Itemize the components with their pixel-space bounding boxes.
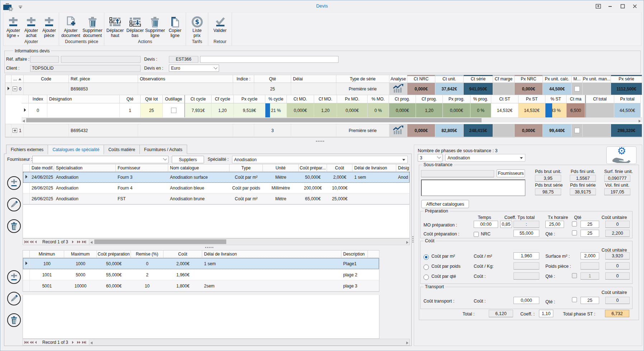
col-header-ind[interactable] xyxy=(23,251,30,258)
radio-co-t-par-m-[interactable] xyxy=(423,254,429,260)
subcol-header-pct_prog[interactable]: % prog. xyxy=(470,95,491,103)
subcol-header-px_st[interactable]: Px ST xyxy=(518,95,545,103)
subcol-header-cf_cycle[interactable]: Cf cycle xyxy=(212,95,234,103)
subcol-header-qte_lot[interactable]: Qté lot xyxy=(141,95,163,103)
nav-next-icon[interactable] xyxy=(72,240,76,244)
marge-checkbox[interactable] xyxy=(574,128,580,133)
transport-qte-checkbox[interactable] xyxy=(572,297,577,302)
subcol-header-ct_mat[interactable]: Ct ma xyxy=(567,95,585,103)
cout-right-input[interactable]: 2,000 xyxy=(581,252,599,259)
scroll-left-arrow-icon[interactable] xyxy=(22,119,25,124)
col-header-px_nrc[interactable]: Px NRC xyxy=(515,75,543,83)
nav-prev-icon[interactable] xyxy=(34,240,39,244)
subcol-header-cf_prog[interactable]: Cf prog. xyxy=(416,95,443,103)
currency-select[interactable]: Euro xyxy=(169,65,219,72)
catalog-grid-row[interactable]: 26/06/2025AnodisationFourn 4Anodisation … xyxy=(23,183,409,193)
col-header-ind[interactable] xyxy=(5,75,11,83)
ribbon-button-ajouter-achat[interactable]: Ajouter achat xyxy=(22,13,40,39)
popout-icon[interactable] xyxy=(592,2,604,10)
mo-coeff-input[interactable]: 0,85 xyxy=(500,221,512,228)
ribbon-button-ajouter-document[interactable]: Ajouter document xyxy=(60,13,82,39)
nrc-checkbox[interactable] xyxy=(474,232,479,237)
specialite-select[interactable]: Anodisation xyxy=(232,156,408,163)
catalog-grid-row[interactable]: 26/06/2025AnodisationFSTAnodisation brun… xyxy=(23,193,409,204)
col-header-extra[interactable] xyxy=(368,251,379,258)
col-header-date[interactable]: Date modif... xyxy=(30,164,54,172)
col-header-ct_unit[interactable]: Ct unit. xyxy=(435,75,464,83)
col-header-type[interactable]: Type de série xyxy=(336,75,389,83)
subcontract-notes-textarea[interactable] xyxy=(421,179,525,196)
subcol-header-qte[interactable]: Qté xyxy=(120,95,141,103)
subcol-header-pct_st[interactable]: % ST xyxy=(545,95,567,103)
subcol-header-px_mo[interactable]: Px MO. xyxy=(337,95,368,103)
outillage-checkbox[interactable] xyxy=(171,108,176,113)
cout-mid-input[interactable]: 1,960 xyxy=(513,252,539,259)
catalog-grid-row[interactable]: 24/06/2025AnodisationFourn 3Anodisation … xyxy=(23,172,409,183)
col-header-cout[interactable]: Coût xyxy=(327,164,352,172)
ranges-grid-row[interactable]: 1001500055,000€21,960€plage 2 xyxy=(23,269,379,280)
col-header-cout[interactable]: Coût xyxy=(164,251,202,258)
col-header-delai[interactable]: Délai de livraison xyxy=(352,164,396,172)
mo-tx-horaire-input[interactable]: 25,00 xyxy=(545,221,564,228)
col-header-cout_prep[interactable]: Coût prépar... xyxy=(299,164,327,172)
nav-first-icon[interactable] xyxy=(24,240,29,244)
nav-next-page-icon[interactable] xyxy=(77,341,81,344)
radio-co-t-par-poids[interactable] xyxy=(423,265,429,270)
ranges-delete-record-button[interactable] xyxy=(7,313,21,327)
subcol-header-cf_total[interactable]: Cf total xyxy=(585,95,614,103)
cout-preparation-input[interactable]: 55,000 xyxy=(513,230,539,237)
col-header-qte[interactable]: Qté xyxy=(254,75,291,83)
hscroll-thumb[interactable] xyxy=(94,239,226,244)
mo-temps-input[interactable]: 00:00 xyxy=(474,221,498,228)
col-header-delai[interactable]: Délai xyxy=(291,75,336,83)
col-header-max[interactable]: Maximum xyxy=(64,251,97,258)
ranges-add-record-button[interactable] xyxy=(7,270,21,284)
client-field[interactable]: TOPSOLID xyxy=(30,65,141,72)
col-header-px_unit_calc[interactable]: Px unit. calc. xyxy=(543,75,572,83)
tab-fournitures-achats[interactable]: Fournitures / Achats xyxy=(139,145,187,154)
tab-co-ts-mati-re[interactable]: Coûts matière xyxy=(104,145,140,154)
col-header-obs[interactable]: Observations xyxy=(138,75,233,83)
col-header-px_serie[interactable]: Px série xyxy=(611,75,642,83)
col-header-analyse[interactable]: Analyse xyxy=(389,75,407,83)
mo-qte-checkbox[interactable] xyxy=(572,221,577,226)
subcol-header-ct_cycle[interactable]: Ct cycle xyxy=(185,95,212,103)
ribbon-button-déplacer-haut[interactable]: Déplacer haut xyxy=(105,13,125,39)
col-header-min[interactable]: Minimun xyxy=(30,251,64,258)
scroll-left-arrow-icon[interactable] xyxy=(90,341,93,346)
col-header-px_unit_man[interactable]: Px unit. man... xyxy=(583,75,611,83)
ribbon-button-déplacer-bas[interactable]: Déplacer bas xyxy=(125,13,145,39)
subcol-header-index[interactable]: Index xyxy=(29,95,47,103)
subcol-header-ct_prog[interactable]: Ct prog. xyxy=(389,95,416,103)
subcol-header-px_cycle[interactable]: Px cycle xyxy=(234,95,265,103)
ribbon-button-liste-prix[interactable]: $Liste prix xyxy=(187,13,207,39)
devis-name-input[interactable] xyxy=(200,56,338,63)
ribbon-button-supprimer-document[interactable]: Supprimer document xyxy=(82,13,104,39)
coeff-input[interactable]: 1,10 xyxy=(539,310,553,317)
minimize-icon[interactable] xyxy=(604,2,616,10)
afficher-catalogues-button[interactable]: Afficher catalogues xyxy=(421,200,469,208)
subcol-header-cf_mo[interactable]: Cf MO. xyxy=(314,95,337,103)
ribbon-button-ajouter-pi-ce[interactable]: Ajouter pièce xyxy=(40,13,58,39)
col-header-desig[interactable]: Désig xyxy=(396,164,410,172)
subgrid-hscroll-thumb[interactable] xyxy=(26,118,482,122)
radio-co-t-par-qté[interactable] xyxy=(423,275,429,280)
subcol-header-outillage[interactable]: Outillage xyxy=(163,95,185,103)
ribbon-button-ajouter-ligne[interactable]: Ajouter ligne▼ xyxy=(4,13,22,39)
col-header-indice[interactable]: Indice : xyxy=(233,75,254,83)
catalog-add-record-button[interactable] xyxy=(7,176,21,190)
col-header-code[interactable]: Code xyxy=(24,75,69,83)
prep-qte-checkbox[interactable] xyxy=(572,230,577,235)
col-header-dots[interactable]: ... xyxy=(11,75,24,83)
ribbon-button-copier-ligne[interactable]: Copier ligne xyxy=(165,13,185,39)
col-header-unite[interactable]: Unité xyxy=(263,164,299,172)
ranges-grid-row[interactable]: 100100050,000€02,000€1 semPlage1 xyxy=(23,258,379,269)
nav-prev-icon[interactable] xyxy=(34,341,39,344)
ranges-record-navigator-hscrollbar[interactable] xyxy=(89,340,409,345)
tab-catalogues-de-spécialité[interactable]: Catalogues de spécialité xyxy=(48,145,104,154)
ref-affaire-input-2[interactable] xyxy=(61,56,141,63)
scroll-right-arrow-icon[interactable] xyxy=(406,240,409,245)
subcol-header-ct_mo[interactable]: Ct MO. xyxy=(287,95,314,103)
subcontract-ref-input[interactable] xyxy=(421,170,494,177)
mo-qte-input[interactable]: 25 xyxy=(581,221,599,228)
